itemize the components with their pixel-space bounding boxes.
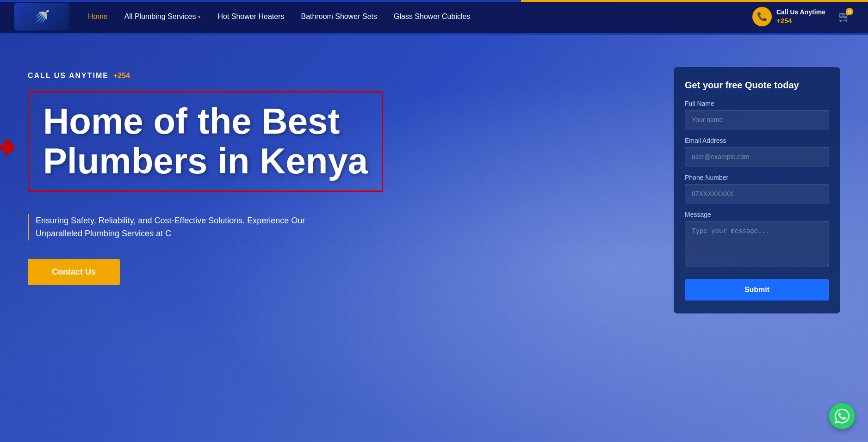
whatsapp-fab[interactable]: [829, 403, 855, 429]
nav-shower-heaters[interactable]: Hot Shower Heaters: [217, 12, 284, 21]
form-group-phone: Phone Number: [685, 174, 829, 203]
message-label: Message: [685, 211, 829, 218]
call-number: +254: [776, 16, 825, 25]
fullname-input[interactable]: [685, 110, 829, 129]
nav-links: Home All Plumbing Services ▾ Hot Shower …: [88, 12, 752, 21]
whatsapp-icon: [835, 409, 849, 424]
form-group-fullname: Full Name: [685, 100, 829, 129]
form-group-message: Message: [685, 211, 829, 269]
nav-right: 📞 Call Us Anytime +254 🛒 0: [752, 7, 854, 26]
email-input[interactable]: [685, 147, 829, 166]
email-label: Email Address: [685, 137, 829, 144]
chevron-down-icon: ▾: [198, 14, 201, 20]
nav-plumbing-services[interactable]: All Plumbing Services ▾: [124, 12, 201, 21]
submit-button[interactable]: Submit: [685, 279, 829, 301]
quote-form-panel: Get your free Quote today Full Name Emai…: [674, 67, 840, 313]
navbar: 🚿 Home All Plumbing Services ▾ Hot Showe…: [0, 0, 868, 35]
call-title: Call Us Anytime: [776, 8, 825, 16]
call-us-anytime-row: CALL US ANYTIME +254: [28, 72, 655, 80]
phone-input[interactable]: [685, 184, 829, 203]
red-arrow-icon: ➜: [0, 130, 16, 164]
hero-section: 🚿 Home All Plumbing Services ▾ Hot Showe…: [0, 0, 868, 442]
headline-box: Home of the Best Plumbers in Kenya: [28, 91, 383, 192]
phone-icon-circle: 📞: [752, 7, 772, 26]
hero-headline: Home of the Best Plumbers in Kenya: [43, 102, 368, 181]
call-text: Call Us Anytime +254: [776, 8, 825, 25]
hero-left: CALL US ANYTIME +254 ➜ Home of the Best …: [28, 72, 674, 285]
message-textarea[interactable]: [685, 221, 829, 267]
nav-bathroom-sets[interactable]: Bathroom Shower Sets: [301, 12, 377, 21]
form-group-email: Email Address: [685, 137, 829, 166]
fullname-label: Full Name: [685, 100, 829, 107]
quote-form-title: Get your free Quote today: [685, 80, 829, 91]
nav-glass-cubicles[interactable]: Glass Shower Cubicles: [394, 12, 470, 21]
call-box[interactable]: 📞 Call Us Anytime +254: [752, 7, 825, 26]
call-anytime-label: CALL US ANYTIME: [28, 72, 109, 80]
hero-subtext: Ensuring Safety, Reliability, and Cost-E…: [28, 214, 324, 241]
top-accent-bar: [0, 0, 868, 2]
nav-home[interactable]: Home: [88, 12, 108, 21]
logo-icon: 🚿: [34, 9, 50, 25]
logo-area[interactable]: 🚿: [14, 3, 69, 31]
phone-label: Phone Number: [685, 174, 829, 181]
hero-content: CALL US ANYTIME +254 ➜ Home of the Best …: [0, 35, 868, 442]
cart-icon[interactable]: 🛒 0: [835, 7, 854, 26]
contact-us-button[interactable]: Contact Us: [28, 259, 120, 285]
call-anytime-number: +254: [113, 72, 130, 80]
logo[interactable]: 🚿: [14, 3, 69, 31]
cart-badge: 0: [846, 8, 853, 15]
